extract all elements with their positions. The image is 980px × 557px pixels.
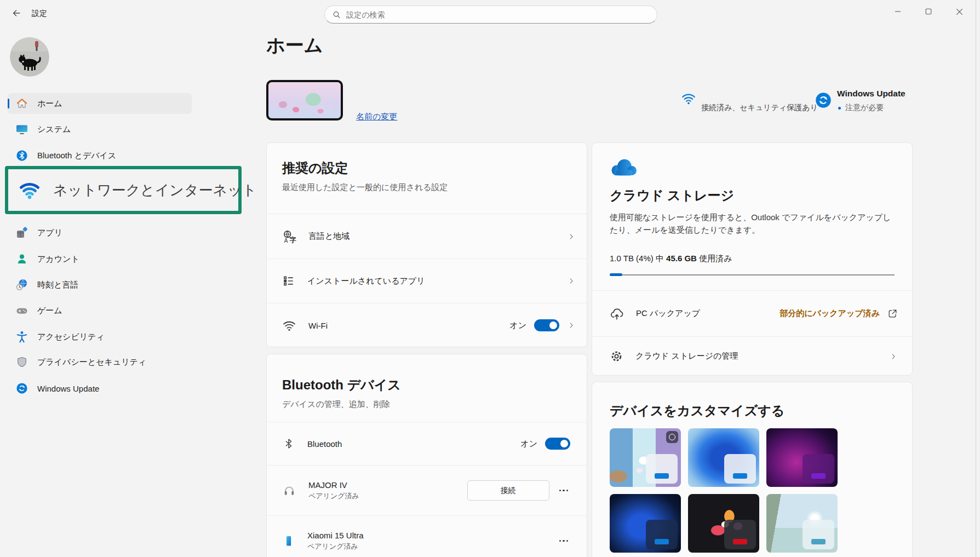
- theme-badge-icon: [666, 431, 678, 443]
- sidebar-item-gaming[interactable]: ゲーム: [8, 300, 192, 321]
- wifi-status-icon: [681, 92, 696, 107]
- theme-thumbnail-bloom-light[interactable]: [688, 428, 759, 487]
- wifi-row-icon: [282, 319, 296, 332]
- theme-thumbnail-captured-motion[interactable]: [766, 494, 838, 553]
- chevron-right-icon: [889, 352, 898, 361]
- recommended-settings-card: 推奨の設定 最近使用した設定と一般的に使用される設定 字A 言語と地域 インスト…: [266, 142, 587, 347]
- sidebar-item-label: ゲーム: [37, 306, 62, 316]
- sidebar-item-label: Bluetooth とデバイス: [37, 151, 116, 161]
- language-region-icon: 字A: [282, 230, 296, 243]
- windows-update-status: 注意が必要: [838, 103, 884, 113]
- connect-button[interactable]: 接続: [467, 480, 549, 501]
- accent-pill: [811, 473, 826, 479]
- card-title: Bluetooth デバイス: [282, 376, 401, 394]
- windows-update-status-icon: [815, 92, 832, 111]
- card-title: クラウド ストレージ: [610, 187, 734, 204]
- sidebar-item-label: アカウント: [37, 254, 79, 265]
- headphones-icon: [282, 484, 296, 497]
- scrollbar[interactable]: [976, 0, 976, 557]
- sidebar-item-label: Windows Update: [37, 384, 99, 393]
- annotation-highlight-network[interactable]: ネットワークとインターネット: [5, 166, 242, 214]
- shield-icon: [15, 355, 28, 369]
- theme-preview-panel: [646, 454, 678, 484]
- wifi-row[interactable]: Wi-Fi オン: [267, 303, 587, 347]
- home-icon: [15, 97, 28, 110]
- sidebar-item-accessibility[interactable]: アクセシビリティ: [8, 326, 192, 347]
- sidebar-item-label: システム: [37, 124, 71, 135]
- theme-preview-panel: [803, 454, 834, 484]
- sidebar-item-windows-update[interactable]: Windows Update: [8, 378, 192, 399]
- windows-update-status-text: 注意が必要: [845, 103, 884, 113]
- minimize-button[interactable]: [882, 0, 913, 23]
- close-button[interactable]: [944, 0, 975, 23]
- language-region-row[interactable]: 字A 言語と地域: [267, 214, 587, 259]
- sidebar-item-home[interactable]: ホーム: [8, 93, 192, 114]
- card-title: 推奨の設定: [282, 159, 348, 177]
- selected-indicator: [8, 99, 9, 108]
- more-options-button[interactable]: [557, 486, 571, 495]
- attention-dot-icon: [838, 107, 841, 110]
- accent-pill: [811, 539, 826, 544]
- chevron-right-icon: [567, 276, 576, 286]
- theme-preview-panel: [724, 454, 756, 484]
- sidebar-item-accounts[interactable]: アカウント: [8, 249, 192, 269]
- accent-pill: [655, 473, 669, 479]
- sidebar-item-label: 時刻と言語: [37, 280, 78, 290]
- back-button[interactable]: [9, 7, 24, 20]
- windows-update-title[interactable]: Windows Update: [837, 89, 906, 99]
- page-title: ホーム: [266, 33, 323, 58]
- device-name: MAJOR IV: [308, 480, 359, 490]
- installed-apps-row[interactable]: インストールされているアプリ: [267, 259, 587, 303]
- sidebar-item-apps[interactable]: アプリ: [8, 222, 192, 243]
- device-name: Xiaomi 15 Ultra: [307, 531, 364, 540]
- row-label: Wi-Fi: [308, 321, 328, 330]
- pc-backup-row[interactable]: PC バックアップ 部分的にバックアップ済み: [592, 291, 912, 336]
- device-row-major-iv[interactable]: MAJOR IV ペアリング済み 接続: [267, 466, 587, 515]
- progress-fill: [610, 273, 622, 276]
- time-language-icon: [15, 278, 28, 291]
- sidebar-item-privacy-security[interactable]: プライバシーとセキュリティ: [8, 352, 192, 372]
- gamepad-icon: [15, 304, 28, 317]
- bluetooth-icon: [15, 149, 28, 162]
- settings-search[interactable]: [324, 5, 657, 24]
- minimize-icon: [895, 8, 901, 15]
- sidebar-item-time-language[interactable]: 時刻と言語: [8, 274, 192, 295]
- sidebar-item-bluetooth-devices[interactable]: Bluetooth とデバイス: [8, 145, 192, 166]
- search-input[interactable]: [346, 10, 649, 19]
- sidebar-item-label: プライバシーとセキュリティ: [37, 357, 146, 367]
- search-icon: [333, 10, 341, 19]
- more-options-button[interactable]: [557, 537, 571, 545]
- network-status-text[interactable]: 接続済み、セキュリティ保護あり: [701, 103, 818, 113]
- windows-update-icon: [15, 382, 28, 395]
- row-label: クラウド ストレージの管理: [635, 351, 738, 361]
- sidebar-item-system[interactable]: システム: [8, 119, 192, 140]
- manage-cloud-storage-row[interactable]: クラウド ストレージの管理: [592, 337, 912, 376]
- user-avatar[interactable]: [10, 37, 49, 77]
- titlebar: 設定: [0, 0, 980, 26]
- sidebar-item-label: アプリ: [37, 228, 62, 238]
- cat-photo: [10, 37, 49, 77]
- device-row-xiaomi-15-ultra[interactable]: Xiaomi 15 Ultra ペアリング済み: [267, 516, 587, 557]
- sidebar-item-network-label: ネットワークとインターネット: [53, 181, 256, 200]
- rename-device-link[interactable]: 名前の変更: [356, 112, 397, 122]
- theme-thumbnail-nature-split[interactable]: [610, 428, 681, 487]
- bluetooth-toggle-row[interactable]: Bluetooth オン: [267, 422, 587, 465]
- theme-preview-panel: [724, 520, 756, 549]
- progress-track: [610, 274, 895, 275]
- bluetooth-toggle[interactable]: [545, 438, 570, 450]
- external-link-icon: [887, 308, 898, 319]
- theme-thumbnail-flower-dark[interactable]: [688, 494, 759, 553]
- theme-preview-panel: [803, 520, 834, 549]
- card-title: デバイスをカスタマイズする: [610, 402, 784, 420]
- device-wallpaper-thumbnail: [266, 80, 343, 120]
- theme-thumbnail-glow-dark[interactable]: [766, 428, 838, 487]
- wifi-toggle[interactable]: [534, 319, 559, 331]
- theme-thumbnail-bloom-dark[interactable]: [610, 494, 681, 553]
- bluetooth-state-label: オン: [520, 439, 537, 449]
- installed-apps-icon: [282, 274, 295, 288]
- maximize-button[interactable]: [913, 0, 944, 23]
- backup-status-link[interactable]: 部分的にバックアップ済み: [780, 308, 880, 319]
- row-label: PC バックアップ: [636, 308, 700, 319]
- bluetooth-row-icon: [282, 437, 295, 450]
- accent-pill: [655, 539, 669, 544]
